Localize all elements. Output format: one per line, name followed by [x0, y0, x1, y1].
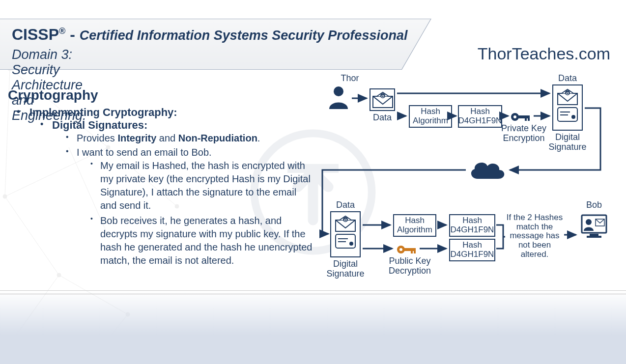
- svg-point-22: [513, 115, 516, 118]
- svg-rect-23: [518, 115, 530, 118]
- title-dash: -: [65, 26, 79, 43]
- svg-rect-25: [528, 118, 530, 121]
- svg-line-7: [10, 275, 59, 344]
- label-dig-sig-1: Digital Signature: [547, 133, 588, 152]
- svg-text:@: @: [381, 94, 384, 98]
- label-dig-sig-2: Digital Signature: [325, 259, 366, 279]
- l3a-b1: Integrity: [117, 133, 156, 143]
- svg-rect-24: [525, 118, 527, 121]
- signature-icon: [557, 107, 578, 122]
- label-data-1: Data: [370, 113, 395, 123]
- bullet-l3a: Provides Integrity and Non-Repudiation.: [77, 132, 313, 145]
- bullet-l3b: I want to send an email to Bob. My email…: [77, 146, 313, 267]
- key-icon-public: [396, 244, 418, 255]
- svg-point-39: [349, 242, 353, 246]
- svg-rect-47: [587, 236, 601, 238]
- label-match: If the 2 Hashes match the message has no…: [505, 213, 564, 259]
- label-pub-key: Public Key Decryption: [386, 256, 433, 276]
- title-subtitle: Certified Information Systems Security P…: [80, 28, 408, 43]
- bullet-l1: Implementing Cryptography: Digital Signa…: [29, 106, 313, 267]
- site-label: ThorTeaches.com: [478, 44, 610, 63]
- trademark: ®: [59, 26, 65, 36]
- box-hash-val-3: Hash D4GH1F9N: [449, 239, 495, 261]
- svg-point-17: [334, 86, 343, 96]
- envelope-icon: @: [372, 91, 393, 108]
- box-hash-alg-1: Hash Algorithm: [409, 105, 452, 128]
- svg-point-13: [126, 312, 130, 316]
- bullet-l2: Digital Signatures: Provides Integrity a…: [52, 119, 313, 267]
- domain-line: Domain 3: Security Architecture and Engi…: [12, 47, 86, 123]
- label-bob: Bob: [582, 200, 606, 210]
- label-data-2: Data: [552, 74, 583, 84]
- envelope-icon: @: [335, 215, 356, 232]
- svg-line-5: [59, 275, 128, 314]
- bob-monitor-icon: [579, 213, 608, 241]
- svg-rect-43: [411, 251, 413, 253]
- svg-rect-42: [404, 248, 416, 251]
- svg-text:@: @: [566, 91, 569, 95]
- diagram: Thor @ Data Hash Algorithm Hash D4GH1F9N…: [314, 74, 619, 295]
- key-icon-private: [510, 111, 532, 123]
- svg-rect-63: [601, 341, 611, 343]
- l3a-mid: and: [156, 133, 178, 143]
- envelope-icon: @: [557, 88, 578, 105]
- svg-line-8: [88, 314, 128, 364]
- label-data-3: Data: [330, 200, 361, 210]
- package-data-sig-1: @: [552, 84, 583, 131]
- svg-rect-46: [590, 234, 598, 236]
- data-box-1: @: [370, 88, 395, 111]
- title-main: CISSP: [12, 26, 59, 43]
- package-data-sig-2: @: [330, 211, 361, 257]
- bullet-l4b: Bob receives it, he generates a hash, an…: [100, 214, 313, 267]
- label-priv-key: Private Key Encryption: [500, 124, 547, 143]
- svg-point-48: [586, 219, 592, 225]
- cloud-icon: [468, 159, 507, 181]
- svg-point-12: [57, 273, 61, 277]
- signature-icon: [335, 234, 356, 249]
- title-line: CISSP® - Certified Information Systems S…: [12, 26, 407, 44]
- svg-point-11: [3, 195, 7, 198]
- box-hash-val-2: Hash D4GH1F9N: [449, 214, 495, 237]
- label-thor: Thor: [335, 74, 365, 84]
- l3a-pre: Provides: [77, 133, 117, 143]
- l3a-post: .: [257, 133, 260, 143]
- box-hash-val-1: Hash D4GH1F9N: [458, 105, 502, 128]
- svg-point-41: [399, 248, 402, 251]
- box-hash-alg-2: Hash Algorithm: [393, 214, 436, 237]
- l3b-text: I want to send an email to Bob.: [77, 147, 212, 158]
- l3a-b2: Non-Repudiation: [178, 133, 257, 143]
- bullet-l4a: My email is Hashed, the hash is encrypte…: [100, 159, 313, 212]
- svg-text:@: @: [343, 218, 347, 222]
- corner-logo-icon: [596, 336, 617, 357]
- svg-rect-44: [414, 251, 416, 253]
- bottom-fade: [0, 290, 626, 364]
- person-icon: [327, 85, 350, 109]
- svg-point-32: [571, 115, 575, 119]
